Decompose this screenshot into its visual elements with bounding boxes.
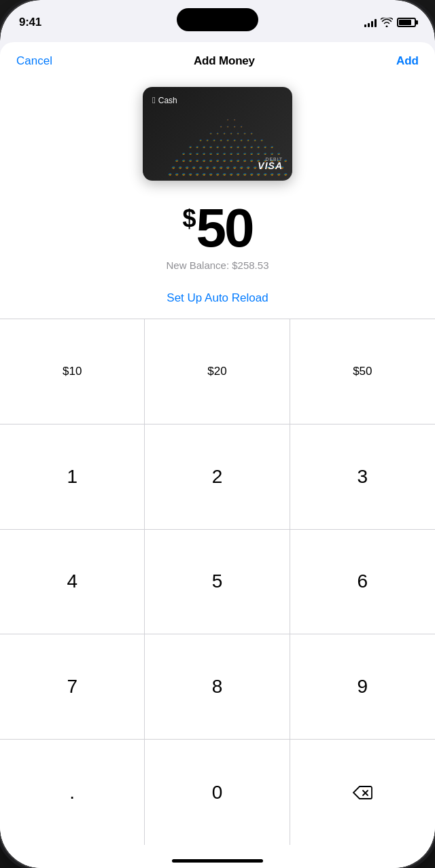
svg-point-4 — [196, 173, 199, 176]
dynamic-island — [177, 8, 258, 31]
card-network-label: VISA — [258, 160, 283, 171]
digit-9-button[interactable]: 9 — [290, 634, 435, 740]
status-icons — [364, 18, 416, 27]
decimal-label: . — [69, 782, 75, 803]
svg-point-68 — [196, 145, 198, 148]
phone-inner: 9:41 — [0, 0, 435, 868]
digit-5-button[interactable]: 5 — [145, 530, 290, 635]
svg-point-43 — [230, 159, 233, 162]
svg-point-97 — [220, 126, 222, 128]
svg-point-91 — [216, 132, 218, 134]
digit-0-button[interactable]: 0 — [145, 740, 290, 845]
svg-point-35 — [175, 159, 179, 162]
svg-point-62 — [250, 152, 253, 155]
card-name: Cash — [158, 96, 177, 105]
svg-point-63 — [257, 152, 260, 155]
card-label:  Cash — [152, 95, 177, 105]
svg-point-59 — [230, 152, 232, 155]
amount-display: $ 50 — [182, 201, 252, 255]
preset-10-label: $10 — [63, 365, 82, 378]
card-container:  Cash DEBIT VISA — [0, 76, 435, 194]
svg-point-51 — [284, 159, 288, 162]
svg-point-7 — [216, 173, 220, 176]
cancel-button[interactable]: Cancel — [16, 54, 52, 68]
svg-point-5 — [203, 173, 206, 176]
add-button[interactable]: Add — [396, 54, 419, 68]
signal-bar-3 — [371, 21, 373, 27]
digit-4-button[interactable]: 4 — [0, 530, 145, 635]
svg-point-102 — [234, 119, 235, 120]
svg-point-77 — [257, 145, 260, 148]
svg-point-83 — [220, 139, 222, 141]
status-bar: 9:41 — [0, 0, 435, 37]
svg-point-80 — [199, 139, 202, 141]
backspace-icon — [351, 784, 373, 801]
svg-point-96 — [250, 132, 252, 134]
decimal-button[interactable]: . — [0, 740, 145, 845]
svg-point-11 — [243, 173, 247, 176]
backspace-button[interactable] — [290, 740, 435, 845]
svg-point-36 — [182, 159, 186, 162]
svg-point-70 — [209, 145, 212, 148]
digit-7-button[interactable]: 7 — [0, 634, 145, 740]
digit-7-label: 7 — [67, 676, 77, 698]
svg-point-21 — [192, 166, 196, 169]
svg-point-82 — [213, 139, 215, 141]
digit-8-button[interactable]: 8 — [145, 634, 290, 740]
preset-50-button[interactable]: $50 — [290, 319, 435, 424]
amount-value: 50 — [196, 201, 253, 255]
home-bar — [172, 859, 263, 863]
new-balance-label: New Balance: $258.53 — [167, 259, 269, 271]
svg-point-46 — [250, 159, 254, 162]
svg-point-72 — [223, 145, 226, 148]
digit-9-label: 9 — [358, 676, 368, 698]
svg-point-79 — [271, 145, 273, 148]
svg-point-12 — [250, 173, 254, 176]
auto-reload-button[interactable]: Set Up Auto Reload — [167, 291, 268, 305]
digit-8-label: 8 — [212, 676, 223, 698]
screen: 9:41 — [0, 0, 435, 868]
svg-point-26 — [226, 166, 230, 169]
digit-4-label: 4 — [67, 571, 77, 592]
svg-point-39 — [203, 159, 206, 162]
preset-20-label: $20 — [207, 365, 226, 378]
svg-point-27 — [233, 166, 237, 169]
svg-point-58 — [223, 152, 226, 155]
signal-bars-icon — [364, 18, 377, 27]
svg-point-88 — [254, 139, 256, 141]
digit-3-button[interactable]: 3 — [290, 424, 435, 530]
svg-point-0 — [169, 173, 172, 176]
svg-point-25 — [220, 166, 223, 169]
svg-point-60 — [237, 152, 239, 155]
svg-point-41 — [216, 159, 220, 162]
svg-point-71 — [216, 145, 219, 148]
svg-point-84 — [226, 139, 229, 141]
battery-icon — [397, 18, 416, 27]
svg-point-15 — [271, 173, 274, 176]
svg-point-38 — [196, 159, 199, 162]
svg-point-2 — [182, 173, 186, 176]
svg-point-42 — [223, 159, 226, 162]
svg-point-94 — [237, 132, 239, 134]
svg-point-74 — [237, 145, 239, 148]
digit-5-label: 5 — [212, 571, 223, 592]
preset-20-button[interactable]: $20 — [145, 319, 290, 424]
svg-point-37 — [189, 159, 192, 162]
svg-point-17 — [284, 173, 288, 176]
svg-point-20 — [186, 166, 189, 169]
preset-10-button[interactable]: $10 — [0, 319, 145, 424]
digit-6-button[interactable]: 6 — [290, 530, 435, 635]
svg-point-100 — [241, 126, 243, 128]
digit-1-button[interactable]: 1 — [0, 424, 145, 530]
svg-point-67 — [189, 145, 192, 148]
battery-fill — [399, 20, 411, 25]
digit-2-button[interactable]: 2 — [145, 424, 290, 530]
digit-2-label: 2 — [212, 466, 223, 488]
digit-6-label: 6 — [358, 571, 368, 592]
svg-point-28 — [240, 166, 243, 169]
svg-point-52 — [182, 152, 185, 155]
svg-point-9 — [230, 173, 233, 176]
svg-point-92 — [223, 132, 225, 134]
svg-point-19 — [179, 166, 182, 169]
svg-point-73 — [230, 145, 232, 148]
